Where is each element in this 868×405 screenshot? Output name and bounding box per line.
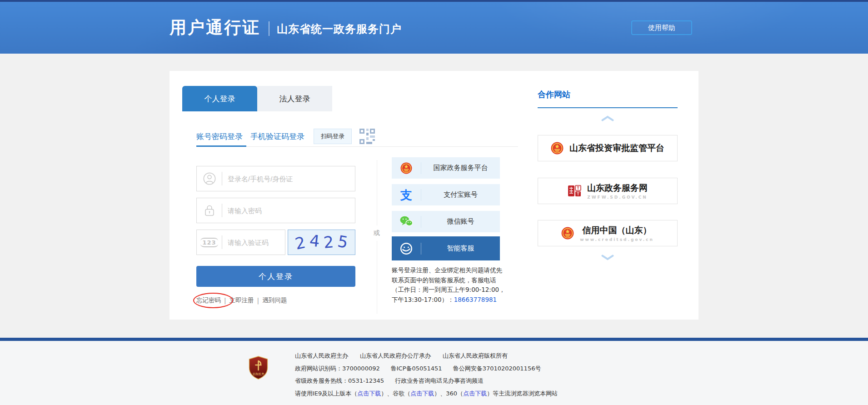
login-card: 个人登录 法人登录 账号密码登录 手机验证码登录 扫码登录: [170, 71, 698, 320]
partner-site-credit-china[interactable]: 信用中国（山东） www.creditsd.gov.cn: [538, 220, 678, 246]
help-button[interactable]: 使用帮助: [631, 20, 692, 35]
lock-icon: [197, 205, 222, 217]
login-option-alipay[interactable]: 支 支付宝账号: [392, 184, 500, 205]
national-emblem-icon: [561, 227, 574, 240]
trouble-link[interactable]: 遇到问题: [262, 296, 287, 305]
password-input[interactable]: [222, 207, 355, 215]
captcha-123-icon: 123: [197, 238, 222, 247]
active-method-underline: [196, 145, 246, 147]
wechat-icon: [392, 215, 421, 228]
footer-line-registration: 政府网站识别码：3700000092鲁ICP备05051451鲁公网安备3701…: [295, 362, 558, 375]
partner-site-investment-platform[interactable]: 山东省投资审批监管平台: [538, 135, 678, 161]
method-password-login[interactable]: 账号密码登录: [196, 131, 243, 142]
smart-service-icon: [392, 242, 421, 255]
red-seal-icon: [568, 185, 581, 197]
username-field-wrap: [196, 166, 355, 191]
service-phone-number[interactable]: 18663778981: [454, 296, 497, 303]
helper-links: 忘记密码 | 立即注册 | 遇到问题: [196, 296, 287, 305]
login-methods: 账号密码登录 手机验证码登录 扫码登录: [196, 128, 376, 145]
footer-line-browsers: 请使用IE9及以上版本（点击下载）、谷歌（点击下载）、360（点击下载）等主流浏…: [295, 387, 558, 400]
captcha-image[interactable]: 2425: [288, 230, 355, 255]
brand-divider: [269, 21, 269, 36]
svg-text:党政机关: 党政机关: [253, 372, 265, 376]
login-option-wechat[interactable]: 微信账号: [392, 211, 500, 232]
footer-line-hotline: 省级政务服务热线：0531-12345行政业务咨询电话见办事咨询频道: [295, 375, 558, 387]
portal-subtitle: 山东省统一政务服务门户: [277, 22, 402, 36]
download-link-ie[interactable]: 点击下载: [357, 390, 381, 397]
register-link[interactable]: 立即注册: [229, 296, 254, 305]
header: 用户通行证 山东省统一政务服务门户 使用帮助: [0, 2, 868, 54]
link-separator: |: [224, 297, 226, 304]
captcha-input[interactable]: [222, 239, 285, 246]
download-link-360[interactable]: 点击下载: [463, 390, 487, 397]
brand-title: 用户通行证: [170, 16, 260, 39]
password-field-wrap: [196, 198, 355, 223]
download-link-chrome[interactable]: 点击下载: [410, 390, 434, 397]
tab-personal-login[interactable]: 个人登录: [182, 86, 257, 111]
alipay-icon: 支: [392, 189, 421, 201]
footer-divider-bar: [0, 338, 868, 341]
government-badge-icon: 党政机关: [248, 356, 269, 400]
login-option-national-platform[interactable]: 国家政务服务平台: [392, 157, 500, 179]
qr-code-icon[interactable]: [359, 128, 376, 145]
user-icon: [197, 172, 222, 185]
partner-site-sd-gov-service[interactable]: 山东政务服务网 ZWFW.SD.GOV.CN: [538, 178, 678, 204]
smart-customer-service-button[interactable]: 智能客服: [392, 236, 500, 260]
or-text: 或: [373, 225, 381, 241]
username-input[interactable]: [222, 175, 355, 183]
national-emblem-icon: [551, 142, 564, 155]
method-qr-login[interactable]: 扫码登录: [314, 129, 352, 144]
main-area: 个人登录 法人登录 账号密码登录 手机验证码登录 扫码登录: [0, 54, 868, 338]
method-sms-login[interactable]: 手机验证码登录: [250, 131, 304, 142]
link-separator: |: [257, 297, 259, 304]
customer-service-notice: 账号登录注册、企业绑定相关问题请优先联系页面中的智能客服系统，客服电话（工作日：…: [392, 265, 506, 305]
footer-line-sponsor: 山东省人民政府主办山东省人民政府办公厅承办山东省人民政府版权所有: [295, 350, 558, 362]
footer: 党政机关 山东省人民政府主办山东省人民政府办公厅承办山东省人民政府版权所有 政府…: [0, 341, 868, 405]
forgot-password-link[interactable]: 忘记密码: [196, 296, 221, 305]
captcha-field-wrap: 123: [196, 230, 285, 255]
chevron-down-icon[interactable]: [601, 255, 614, 260]
chevron-up-icon[interactable]: [601, 115, 614, 121]
partners-title: 合作网站: [538, 89, 570, 100]
tab-legal-login[interactable]: 法人登录: [257, 86, 332, 111]
national-emblem-icon: [392, 162, 421, 174]
partners-title-underline: [538, 107, 678, 108]
personal-login-button[interactable]: 个人登录: [196, 266, 355, 287]
